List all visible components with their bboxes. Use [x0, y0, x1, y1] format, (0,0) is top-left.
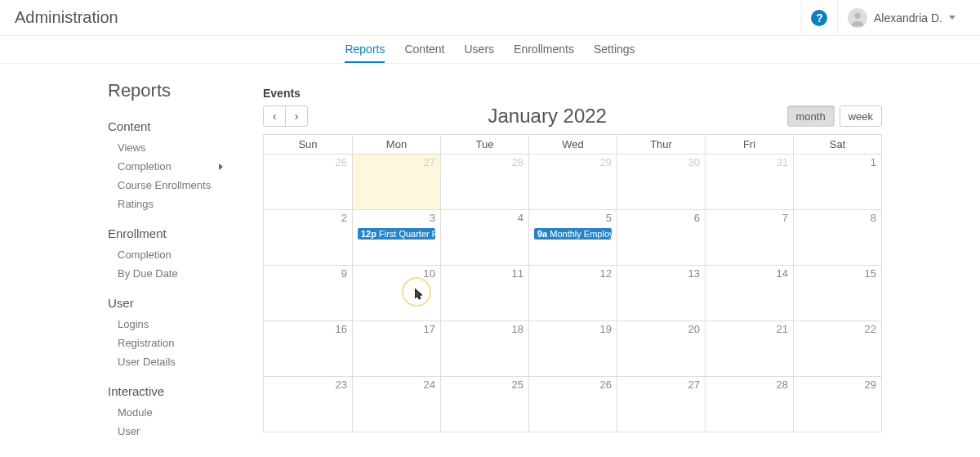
- day-number: 29: [865, 379, 876, 391]
- calendar-cell[interactable]: 12: [528, 266, 617, 320]
- sidebar-item[interactable]: User: [111, 422, 229, 441]
- calendar-cell[interactable]: 24: [352, 377, 440, 432]
- sidebar-item[interactable]: User Details: [111, 352, 229, 371]
- day-number: 21: [777, 323, 788, 335]
- day-number: 22: [865, 323, 876, 335]
- calendar-cell[interactable]: 13: [617, 266, 705, 320]
- event-title: Monthly Employee: [550, 229, 612, 239]
- day-number: 4: [518, 212, 523, 224]
- day-number: 29: [600, 156, 612, 168]
- sidebar-group-title: Interactive: [108, 384, 263, 398]
- calendar-cell[interactable]: 19: [528, 321, 617, 376]
- calendar-cell[interactable]: 7: [705, 210, 793, 265]
- calendar-cell[interactable]: 29: [793, 377, 881, 432]
- next-button[interactable]: ›: [285, 105, 308, 127]
- day-number: 9: [341, 267, 347, 280]
- calendar-cell[interactable]: 6: [617, 210, 705, 265]
- day-number: 11: [512, 267, 523, 280]
- sidebar: Reports ContentViewsCompletionCourse Enr…: [108, 64, 263, 457]
- nav-tab-users[interactable]: Users: [465, 36, 495, 63]
- calendar-cell[interactable]: 15: [793, 266, 881, 320]
- day-number: 8: [871, 212, 876, 224]
- sidebar-item-label: Logins: [118, 318, 149, 330]
- event-chip[interactable]: 9aMonthly Employee: [534, 228, 612, 240]
- chevron-right-icon: [219, 164, 223, 170]
- sidebar-item-label: Views: [118, 141, 145, 154]
- day-number: 28: [512, 156, 523, 168]
- sidebar-group-title: Events: [108, 454, 263, 457]
- day-number: 19: [600, 323, 612, 335]
- secondary-nav: ReportsContentUsersEnrollmentsSettings: [0, 36, 980, 64]
- sidebar-item[interactable]: Completion: [111, 157, 229, 176]
- sidebar-item[interactable]: Course Enrollments: [111, 176, 229, 195]
- day-number: 25: [512, 379, 523, 391]
- sidebar-item[interactable]: Ratings: [111, 195, 229, 213]
- calendar-cell[interactable]: 22: [793, 321, 881, 376]
- calendar-cell[interactable]: 25: [440, 377, 528, 432]
- calendar-cell[interactable]: 18: [440, 321, 528, 376]
- calendar-cell[interactable]: 28: [440, 155, 528, 209]
- sidebar-item[interactable]: Completion: [111, 245, 229, 264]
- day-header: Mon: [352, 135, 440, 154]
- view-week-button[interactable]: week: [840, 105, 882, 127]
- user-menu[interactable]: Alexandria D.: [837, 0, 965, 36]
- calendar-row: 16171819202122: [264, 321, 881, 377]
- sidebar-item-label: User: [118, 425, 140, 437]
- event-chip[interactable]: 12pFirst Quarter Plan: [358, 228, 435, 240]
- calendar-cell[interactable]: 26: [264, 155, 352, 209]
- nav-tab-reports[interactable]: Reports: [345, 36, 385, 63]
- nav-tab-enrollments[interactable]: Enrollments: [514, 36, 574, 63]
- calendar-row: 23242526272829: [264, 377, 881, 432]
- calendar-cell[interactable]: 11: [440, 266, 528, 320]
- day-number: 3: [430, 212, 435, 224]
- calendar-cell[interactable]: 14: [705, 266, 793, 320]
- avatar-icon: [848, 8, 867, 28]
- calendar-cell[interactable]: 21: [705, 321, 793, 376]
- sidebar-item[interactable]: Registration: [111, 334, 229, 352]
- view-month-button[interactable]: month: [787, 105, 835, 127]
- day-number: 14: [777, 267, 788, 280]
- day-number: 28: [777, 379, 788, 391]
- sidebar-item[interactable]: Logins: [111, 315, 229, 334]
- calendar-cell[interactable]: 31: [705, 155, 793, 209]
- content-area: Events ‹ › January 2022 monthweek SunMon…: [263, 64, 980, 457]
- calendar-cell[interactable]: 59aMonthly Employee: [528, 210, 617, 265]
- day-number: 1: [871, 156, 876, 168]
- day-header: Tue: [440, 135, 528, 154]
- calendar-cell[interactable]: 23: [264, 377, 352, 432]
- day-number: 26: [336, 156, 347, 168]
- calendar-cell[interactable]: 4: [440, 210, 528, 265]
- svg-point-0: [854, 12, 860, 18]
- cursor-icon: [415, 289, 423, 300]
- help-button[interactable]: ?: [801, 0, 837, 36]
- help-icon: ?: [811, 10, 827, 26]
- calendar-cell[interactable]: 17: [352, 321, 440, 376]
- calendar-cell[interactable]: 26: [528, 377, 617, 432]
- calendar-cell[interactable]: 312pFirst Quarter Plan: [352, 210, 440, 265]
- prev-button[interactable]: ‹: [263, 105, 286, 127]
- calendar-row: 2627282930311: [264, 155, 881, 210]
- calendar-cell[interactable]: 20: [617, 321, 705, 376]
- calendar-cell[interactable]: 27: [352, 155, 440, 209]
- calendar-cell[interactable]: 30: [617, 155, 705, 209]
- nav-tab-content[interactable]: Content: [404, 36, 444, 63]
- calendar-cell[interactable]: 8: [793, 210, 881, 265]
- calendar-cell[interactable]: 28: [705, 377, 793, 432]
- event-time: 12p: [361, 229, 376, 239]
- day-number: 6: [694, 212, 700, 224]
- calendar-cell[interactable]: 9: [264, 266, 352, 320]
- sidebar-item[interactable]: Views: [111, 138, 229, 157]
- calendar-cell[interactable]: 2: [264, 210, 352, 265]
- sidebar-item[interactable]: Module: [111, 403, 229, 422]
- calendar-cell[interactable]: 1: [793, 155, 881, 209]
- page-title: Administration: [15, 8, 118, 27]
- sidebar-item[interactable]: By Due Date: [111, 264, 229, 283]
- nav-tab-settings[interactable]: Settings: [594, 36, 635, 63]
- calendar-cell[interactable]: 29: [528, 155, 617, 209]
- sidebar-title: Reports: [108, 80, 263, 101]
- sidebar-item-label: By Due Date: [118, 267, 178, 280]
- calendar-cell[interactable]: 27: [617, 377, 705, 432]
- calendar-cell[interactable]: 10: [352, 266, 440, 320]
- calendar-cell[interactable]: 16: [264, 321, 352, 376]
- calendar-title: January 2022: [314, 105, 781, 128]
